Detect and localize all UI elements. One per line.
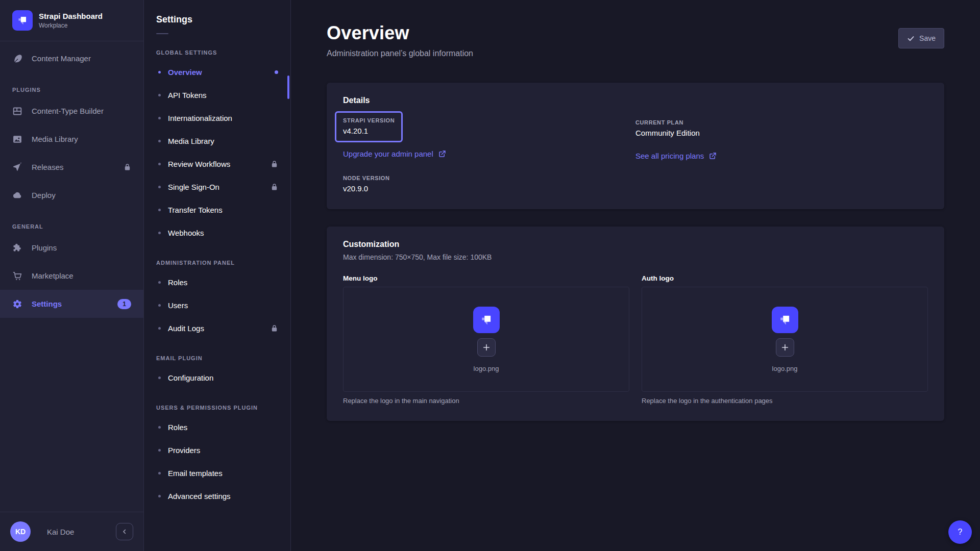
subnav-item-users[interactable]: Users bbox=[144, 294, 290, 317]
subnav-item-webhooks[interactable]: Webhooks bbox=[144, 221, 290, 244]
add-menu-logo-button[interactable] bbox=[477, 338, 496, 357]
lock-icon bbox=[124, 163, 131, 171]
menu-logo-field: Menu logo logo.png bbox=[343, 274, 629, 405]
subnav-item-transfer-tokens[interactable]: Transfer Tokens bbox=[144, 198, 290, 221]
strapi-logo-icon bbox=[12, 10, 33, 31]
subnav-section-administration-panel: ADMINISTRATION PANEL bbox=[144, 244, 290, 271]
external-link-icon bbox=[438, 150, 446, 158]
subnav-item-label: Audit Logs bbox=[168, 324, 204, 333]
subnav-item-label: Internationalization bbox=[168, 114, 232, 122]
bullet-icon bbox=[158, 472, 161, 474]
sidebar-item-marketplace[interactable]: Marketplace bbox=[0, 262, 143, 290]
customization-heading: Customization bbox=[343, 240, 928, 249]
bullet-icon bbox=[158, 117, 161, 119]
media-library-image-icon bbox=[12, 134, 22, 144]
subnav-item-media-library[interactable]: Media Library bbox=[144, 130, 290, 153]
pricing-plans-link[interactable]: See all pricing plans bbox=[635, 152, 717, 160]
brand-title: Strapi Dashboard bbox=[39, 12, 103, 21]
bullet-icon bbox=[158, 232, 161, 234]
subnav-item-internationalization[interactable]: Internationalization bbox=[144, 107, 290, 130]
plugins-puzzle-icon bbox=[12, 243, 22, 253]
subnav-item-api-tokens[interactable]: API Tokens bbox=[144, 84, 290, 107]
menu-logo-preview bbox=[473, 307, 500, 333]
subnav-item-email-templates[interactable]: Email templates bbox=[144, 462, 290, 485]
settings-gear-icon bbox=[12, 299, 22, 309]
menu-logo-description: Replace the logo in the main navigation bbox=[343, 397, 629, 405]
subnav-item-configuration[interactable]: Configuration bbox=[144, 366, 290, 389]
brand-subtitle: Workplace bbox=[39, 22, 103, 29]
node-version-field: NODE VERSION v20.9.0 bbox=[343, 175, 635, 193]
subnav-item-admin-roles[interactable]: Roles bbox=[144, 271, 290, 294]
deploy-cloud-icon bbox=[12, 190, 22, 201]
main-content: Overview Administration panel’s global i… bbox=[291, 0, 980, 551]
check-icon bbox=[907, 35, 915, 42]
current-plan-field: CURRENT PLAN Community Edition bbox=[635, 119, 928, 137]
subnav-item-single-sign-on[interactable]: Single Sign-On bbox=[144, 176, 290, 198]
bullet-icon bbox=[158, 281, 161, 284]
subnav-item-providers[interactable]: Providers bbox=[144, 439, 290, 462]
plus-icon bbox=[781, 343, 789, 352]
menu-logo-upload-box[interactable]: logo.png bbox=[343, 287, 629, 392]
subnav-item-label: Providers bbox=[168, 446, 200, 455]
brand-text: Strapi Dashboard Workplace bbox=[39, 12, 103, 29]
plus-icon bbox=[482, 343, 491, 352]
strapi-logo-icon bbox=[479, 312, 494, 328]
auth-logo-upload-box[interactable]: logo.png bbox=[642, 287, 928, 392]
strapi-logo-glyph bbox=[16, 14, 29, 27]
workspace-brand[interactable]: Strapi Dashboard Workplace bbox=[0, 0, 143, 41]
subnav-item-label: Advanced settings bbox=[168, 492, 231, 500]
marketplace-cart-icon bbox=[12, 271, 22, 281]
node-version-label: NODE VERSION bbox=[343, 175, 635, 181]
sidebar-item-label: Media Library bbox=[32, 135, 78, 143]
sidebar-item-plugins[interactable]: Plugins bbox=[0, 234, 143, 262]
save-button[interactable]: Save bbox=[898, 28, 944, 48]
sidebar-item-media-library[interactable]: Media Library bbox=[0, 125, 143, 153]
details-heading: Details bbox=[343, 96, 928, 105]
subnav-item-overview[interactable]: Overview bbox=[144, 61, 290, 84]
subnav-section-email-plugin: EMAIL PLUGIN bbox=[144, 340, 290, 366]
strapi-version-highlight-box: STRAPI VERSION v4.20.1 bbox=[335, 111, 403, 142]
help-button[interactable]: ? bbox=[948, 520, 972, 544]
subnav-item-label: Configuration bbox=[168, 373, 213, 382]
current-plan-value: Community Edition bbox=[635, 129, 928, 137]
bullet-icon bbox=[158, 304, 161, 307]
page-subtitle: Administration panel’s global informatio… bbox=[327, 49, 944, 58]
sidebar-item-content-manager[interactable]: Content Manager bbox=[0, 44, 143, 72]
sidebar-item-label: Plugins bbox=[32, 243, 57, 252]
details-right-column: CURRENT PLAN Community Edition See all p… bbox=[635, 111, 928, 193]
bullet-icon bbox=[158, 209, 161, 211]
page-header: Overview Administration panel’s global i… bbox=[327, 0, 944, 58]
sidebar-nav: Content Manager PLUGINS Content-Type Bui… bbox=[0, 41, 143, 318]
menu-logo-filename: logo.png bbox=[474, 365, 499, 372]
sidebar-item-settings[interactable]: Settings 1 bbox=[0, 290, 143, 318]
upgrade-admin-panel-link[interactable]: Upgrade your admin panel bbox=[343, 149, 446, 158]
lock-icon bbox=[271, 324, 278, 332]
subnav-item-advanced-settings[interactable]: Advanced settings bbox=[144, 485, 290, 508]
sidebar-section-plugins: PLUGINS bbox=[0, 72, 143, 97]
collapse-sidebar-button[interactable] bbox=[116, 523, 133, 540]
subnav-item-audit-logs[interactable]: Audit Logs bbox=[144, 317, 290, 340]
sidebar-item-label: Deploy bbox=[32, 191, 56, 199]
sidebar-item-releases[interactable]: Releases bbox=[0, 153, 143, 181]
content-type-builder-icon bbox=[12, 106, 22, 116]
avatar[interactable]: KD bbox=[10, 521, 31, 542]
bullet-icon bbox=[158, 186, 161, 188]
add-auth-logo-button[interactable] bbox=[776, 338, 794, 357]
pricing-link-label: See all pricing plans bbox=[635, 152, 704, 160]
releases-paper-plane-icon bbox=[12, 162, 22, 172]
subnav-scrollbar-thumb[interactable] bbox=[287, 76, 289, 99]
customization-constraints: Max dimension: 750×750, Max file size: 1… bbox=[343, 253, 928, 261]
sidebar-item-deploy[interactable]: Deploy bbox=[0, 181, 143, 209]
details-card: Details STRAPI VERSION v4.20.1 Upgrade y… bbox=[327, 83, 944, 209]
content-manager-pen-icon bbox=[12, 54, 22, 64]
details-grid: STRAPI VERSION v4.20.1 Upgrade your admi… bbox=[343, 111, 928, 193]
sidebar-section-general: GENERAL bbox=[0, 209, 143, 234]
subnav-item-up-roles[interactable]: Roles bbox=[144, 416, 290, 439]
subnav-section-users-permissions: USERS & PERMISSIONS PLUGIN bbox=[144, 389, 290, 416]
bullet-icon bbox=[158, 426, 161, 429]
save-button-label: Save bbox=[919, 34, 936, 42]
node-version-value: v20.9.0 bbox=[343, 184, 635, 193]
notification-dot bbox=[275, 70, 278, 74]
sidebar-item-content-type-builder[interactable]: Content-Type Builder bbox=[0, 97, 143, 125]
subnav-item-review-workflows[interactable]: Review Workflows bbox=[144, 153, 290, 176]
